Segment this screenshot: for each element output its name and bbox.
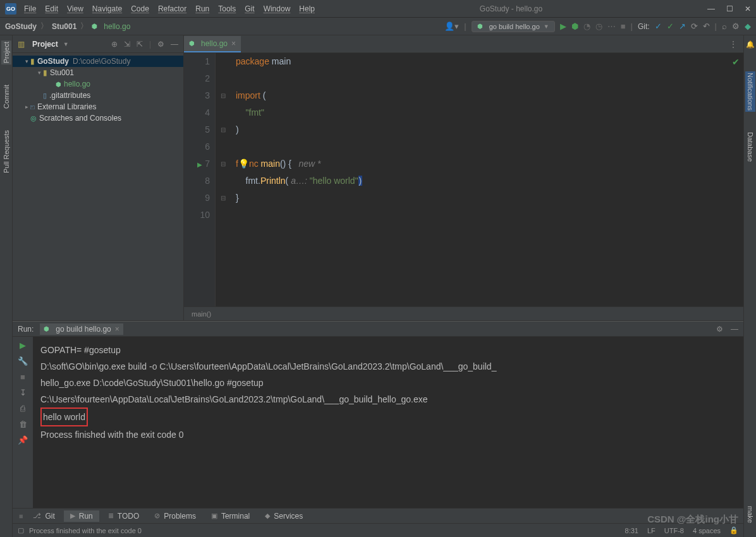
menu-help[interactable]: Help — [299, 4, 315, 13]
tree-scratches[interactable]: ◎ Scratches and Consoles — [13, 112, 183, 124]
editor-breadcrumb[interactable]: main() — [184, 306, 743, 320]
sidebar-notifications-tab[interactable]: Notifications — [745, 71, 755, 112]
scroll-icon[interactable]: ↧ — [20, 388, 27, 397]
menu-git[interactable]: Git — [245, 4, 254, 13]
print-icon[interactable]: ⎙ — [20, 404, 25, 413]
breadcrumb-root[interactable]: GoStudy — [5, 22, 37, 31]
sidebar-pullrequests-tab[interactable]: Pull Requests — [1, 129, 11, 174]
encoding[interactable]: UTF-8 — [664, 527, 684, 534]
git-history-icon[interactable]: ⟳ — [691, 21, 698, 31]
stop-button[interactable]: ■ — [621, 21, 626, 31]
gear-icon[interactable]: ⚙ — [157, 40, 164, 49]
breadcrumb-folder[interactable]: Stu001 — [52, 22, 76, 31]
chevron-down-icon[interactable]: ▼ — [63, 41, 69, 47]
sidebar-project-tab[interactable]: Project — [1, 40, 11, 64]
intention-bulb-icon[interactable]: 💡 — [238, 159, 249, 169]
run-gutter-icon[interactable]: ▶ — [197, 161, 202, 168]
minimize-button[interactable]: — — [707, 4, 715, 13]
tab-services[interactable]: ◆Services — [259, 510, 309, 522]
sidebar-database-tab[interactable]: Database — [745, 131, 755, 163]
menu-window[interactable]: Window — [264, 4, 291, 13]
expand-icon[interactable]: ⇲ — [124, 40, 130, 49]
hide-icon[interactable]: — — [731, 325, 738, 334]
inspection-ok-icon[interactable]: ✔ — [732, 57, 740, 67]
menu-code[interactable]: Code — [131, 4, 149, 13]
git-commit-icon[interactable]: ✓ — [667, 21, 674, 31]
search-icon[interactable]: ⌕ — [722, 21, 727, 31]
menu-run[interactable]: Run — [195, 4, 209, 13]
user-icon[interactable]: 👤▾ — [444, 21, 459, 31]
status-message: Process finished with the exit code 0 — [29, 527, 142, 534]
tab-problems[interactable]: ⊘Problems — [148, 510, 202, 522]
caret-position[interactable]: 8:31 — [625, 527, 638, 534]
run-config-selector[interactable]: ⬢ go build hello.go ▼ — [472, 21, 555, 32]
rerun-icon[interactable]: ▶ — [20, 341, 26, 350]
attach-button[interactable]: ⋯ — [607, 21, 616, 31]
tree-gitattributes[interactable]: ▯ .gitattributes — [13, 90, 183, 101]
ide-brand-icon[interactable]: ◆ — [745, 21, 751, 31]
run-label: Run: — [18, 325, 34, 334]
pin-icon[interactable]: 📌 — [18, 435, 28, 445]
tab-git[interactable]: ⎇Git — [27, 510, 61, 522]
collapse-icon[interactable]: ⇱ — [137, 40, 143, 49]
tree-file-hello[interactable]: ⬢ hello.go — [13, 78, 183, 90]
bottom-tool-tabs: ≡ ⎇Git ▶Run ≣TODO ⊘Problems ▣Terminal ◆S… — [13, 508, 743, 523]
project-icon: ▥ — [18, 40, 25, 49]
git-update-icon[interactable]: ✓ — [655, 21, 662, 31]
coverage-button[interactable]: ◔ — [583, 21, 590, 31]
tree-root[interactable]: ▾▮ GoStudy D:\code\GoStudy — [13, 56, 183, 67]
close-button[interactable]: ✕ — [745, 4, 751, 13]
tab-todo[interactable]: ≣TODO — [102, 510, 145, 522]
delete-icon[interactable]: 🗑 — [19, 419, 27, 429]
terminal-icon: ▣ — [211, 512, 217, 520]
run-button[interactable]: ▶ — [560, 21, 566, 31]
main-menu: File Edit View Navigate Code Refactor Ru… — [24, 4, 315, 13]
menu-tools[interactable]: Tools — [218, 4, 236, 13]
wrench-icon[interactable]: 🔧 — [18, 356, 28, 366]
status-icon[interactable]: ▢ — [18, 526, 24, 534]
tree-folder-stu001[interactable]: ▾▮ Stu001 — [13, 67, 183, 78]
git-push-icon[interactable]: ↗ — [679, 21, 686, 31]
hide-icon[interactable]: — — [171, 40, 178, 49]
structure-lefttab[interactable]: ≡ — [18, 512, 24, 520]
maximize-button[interactable]: ☐ — [726, 4, 733, 13]
breadcrumb: GoStudy 〉 Stu001 〉 ⬢ hello.go — [5, 21, 130, 32]
profile-button[interactable]: ◷ — [595, 21, 602, 31]
menu-navigate[interactable]: Navigate — [92, 4, 122, 13]
close-tab-icon[interactable]: × — [115, 325, 119, 334]
code-editor[interactable]: ✔ 12345 6▶ 7 8910 ⊟⊟ ⊟⊟ package main imp… — [184, 53, 743, 306]
run-tab[interactable]: ⬢ go build hello.go × — [40, 323, 123, 335]
lock-icon[interactable]: 🔒 — [729, 526, 738, 534]
close-tab-icon[interactable]: × — [231, 39, 236, 48]
tree-external-libraries[interactable]: ▸⏍ External Libraries — [13, 101, 183, 112]
sidebar-commit-tab[interactable]: Commit — [1, 83, 11, 110]
console-output[interactable]: GOPATH= #gosetup D:\soft\GO\bin\go.exe b… — [33, 337, 743, 508]
folder-icon: ▮ — [30, 57, 35, 66]
tab-run[interactable]: ▶Run — [64, 510, 99, 522]
menu-view[interactable]: View — [67, 4, 83, 13]
bell-icon[interactable]: 🔔 — [746, 40, 755, 49]
git-rollback-icon[interactable]: ↶ — [703, 21, 710, 31]
stop-icon[interactable]: ■ — [20, 372, 25, 382]
gear-icon[interactable]: ⚙ — [716, 325, 723, 334]
menu-file[interactable]: File — [24, 4, 36, 13]
git-label: Git: — [638, 22, 650, 31]
todo-icon: ≣ — [108, 512, 114, 520]
warning-icon: ⊘ — [154, 512, 160, 520]
indent-info[interactable]: 4 spaces — [693, 527, 721, 534]
editor-tab-hello[interactable]: ⬢ hello.go × — [184, 36, 241, 52]
tab-overflow-icon[interactable]: ⋮ — [723, 40, 743, 49]
project-header-label[interactable]: Project — [32, 40, 58, 49]
locate-icon[interactable]: ⊕ — [111, 40, 118, 49]
line-ending[interactable]: LF — [647, 527, 655, 534]
breadcrumb-file[interactable]: hello.go — [104, 22, 130, 31]
tab-terminal[interactable]: ▣Terminal — [205, 510, 256, 522]
services-icon: ◆ — [265, 512, 270, 520]
debug-button[interactable]: ⬢ — [571, 21, 578, 31]
settings-icon[interactable]: ⚙ — [732, 21, 740, 31]
project-tree[interactable]: ▾▮ GoStudy D:\code\GoStudy ▾▮ Stu001 ⬢ h… — [13, 53, 183, 126]
menu-refactor[interactable]: Refactor — [158, 4, 186, 13]
sidebar-make-tab[interactable]: make — [745, 505, 755, 524]
highlighted-output: hello world — [40, 407, 88, 426]
menu-edit[interactable]: Edit — [45, 4, 58, 13]
